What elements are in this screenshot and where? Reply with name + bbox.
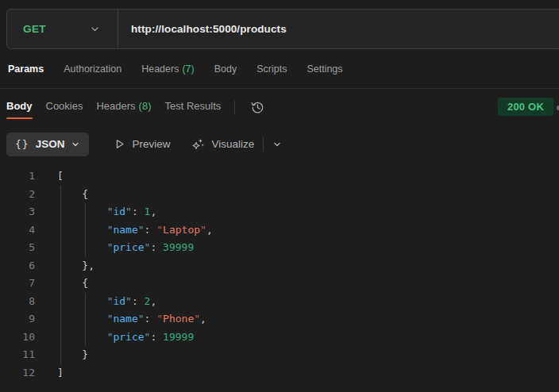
divider [263, 137, 264, 152]
code-text: { [57, 186, 88, 204]
response-tab-headers[interactable]: Headers(8) [96, 95, 151, 119]
sparkles-icon [191, 137, 205, 151]
code-line: 3 "id": 1, [0, 203, 559, 221]
line-number: 6 [0, 257, 35, 275]
tab-label: Headers [96, 100, 135, 112]
status-badge[interactable]: 200 OK [498, 98, 553, 116]
tab-label: Headers [141, 63, 179, 75]
line-number: 10 [0, 329, 35, 347]
code-text: "name": "Laptop", [57, 221, 213, 240]
code-line: 7 { [0, 275, 559, 293]
visualize-label: Visualize [211, 138, 254, 150]
request-tab-authorization[interactable]: Authorization [64, 63, 121, 75]
response-tab-test-results[interactable]: Test Results [165, 95, 222, 119]
request-tab-headers[interactable]: Headers(7) [141, 63, 195, 75]
format-label: JSON [36, 138, 65, 150]
code-text: "name": "Phone", [57, 310, 206, 329]
line-number: 3 [0, 203, 35, 221]
line-number: 9 [0, 310, 35, 329]
request-tabs: ParamsAuthorizationHeaders(7)BodyScripts… [0, 49, 559, 89]
tab-label: Test Results [165, 100, 222, 112]
tab-label: Body [6, 100, 33, 112]
code-text: ] [57, 364, 64, 382]
method-selector[interactable]: GET [7, 10, 118, 48]
request-tab-params[interactable]: Params [8, 63, 44, 75]
method-label: GET [23, 23, 46, 35]
code-line: 6 }, [0, 257, 559, 275]
code-text: [ [57, 167, 64, 186]
request-url-bar: GET http://localhost:5000/products [6, 9, 559, 49]
chevron-down-icon [90, 24, 100, 34]
tab-count: (7) [182, 63, 194, 75]
response-toolbar: {} JSON Preview Visualize [0, 125, 559, 163]
tab-label: Scripts [256, 63, 287, 75]
tab-count: (8) [139, 100, 152, 112]
line-number: 1 [0, 167, 35, 186]
line-number: 5 [0, 239, 35, 257]
code-line: 5 "price": 39999 [0, 239, 559, 257]
code-text: "id": 1, [57, 203, 156, 221]
tab-label: Authorization [64, 63, 121, 75]
preview-button[interactable]: Preview [114, 138, 170, 150]
code-text: }, [57, 257, 94, 275]
code-text: "price": 39999 [57, 239, 194, 257]
request-tab-scripts[interactable]: Scripts [256, 63, 287, 75]
code-line: 2 { [0, 186, 559, 204]
chevron-down-icon [71, 140, 80, 149]
format-selector[interactable]: {} JSON [6, 133, 89, 156]
response-tab-body[interactable]: Body [6, 95, 33, 119]
url-input[interactable]: http://localhost:5000/products [118, 23, 287, 35]
line-number: 11 [0, 346, 35, 364]
line-number: 2 [0, 186, 35, 204]
code-text: "id": 2, [57, 293, 156, 311]
code-text: { [57, 275, 88, 293]
code-line: 1[ [0, 167, 559, 186]
preview-label: Preview [132, 138, 170, 150]
divider [234, 101, 235, 114]
code-text: "price": 19999 [57, 329, 194, 347]
visualize-button[interactable]: Visualize [191, 137, 254, 151]
line-number: 4 [0, 221, 35, 240]
line-number: 12 [0, 364, 35, 382]
request-tab-body[interactable]: Body [214, 63, 237, 75]
tab-label: Settings [306, 63, 342, 75]
line-number: 8 [0, 293, 35, 311]
code-line: 11 } [0, 346, 559, 364]
code-line: 12] [0, 364, 559, 382]
code-line: 4 "name": "Laptop", [0, 221, 559, 240]
tab-label: Body [214, 63, 237, 75]
line-number: 7 [0, 275, 35, 293]
code-line: 8 "id": 2, [0, 293, 559, 311]
code-text: } [57, 346, 88, 364]
response-tab-cookies[interactable]: Cookies [46, 95, 83, 119]
response-tabs: BodyCookiesHeaders(8)Test Results 200 OK [0, 89, 559, 125]
tab-label: Params [8, 63, 44, 75]
request-tab-settings[interactable]: Settings [306, 63, 342, 75]
play-outline-icon [114, 138, 125, 150]
response-tabs-list: BodyCookiesHeaders(8)Test Results [6, 95, 221, 119]
code-line: 10 "price": 19999 [0, 329, 559, 347]
tab-label: Cookies [46, 100, 83, 112]
history-clock-icon[interactable] [249, 98, 267, 117]
response-body-json: 1[2 {3 "id": 1,4 "name": "Laptop",5 "pri… [0, 163, 559, 382]
code-line: 9 "name": "Phone", [0, 310, 559, 329]
chevron-down-icon[interactable] [270, 137, 284, 152]
braces-icon: {} [15, 138, 29, 150]
